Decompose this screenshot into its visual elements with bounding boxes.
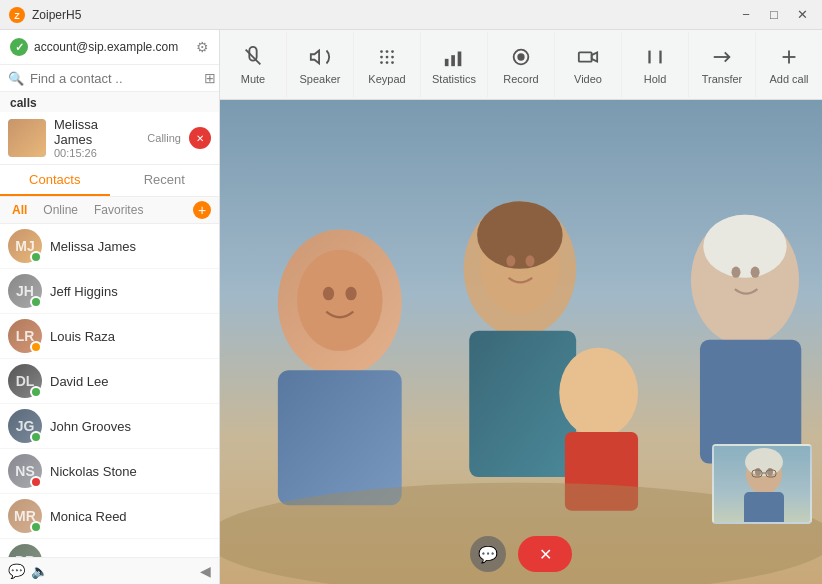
contact-name: John Grooves — [50, 419, 131, 434]
svg-rect-15 — [458, 51, 462, 66]
svg-point-10 — [380, 61, 383, 64]
svg-rect-14 — [451, 55, 455, 66]
add-call-button[interactable]: Add call — [756, 32, 822, 97]
status-indicator — [30, 521, 42, 533]
contact-avatar-wrap: JG — [8, 409, 42, 443]
grid-icon[interactable]: ⊞ — [204, 70, 216, 86]
end-video-call-button[interactable] — [518, 536, 572, 572]
call-status: Calling — [147, 132, 181, 144]
mute-icon — [242, 45, 264, 69]
video-panel: Mute Speaker — [220, 30, 822, 584]
filter-online[interactable]: Online — [39, 201, 82, 219]
contact-avatar-wrap: NS — [8, 454, 42, 488]
keypad-button[interactable]: Keypad — [354, 32, 421, 97]
svg-point-17 — [517, 53, 524, 60]
contact-avatar-wrap: DR — [8, 544, 42, 557]
call-avatar — [8, 119, 46, 157]
contact-avatar-wrap: LR — [8, 319, 42, 353]
title-bar: Z ZoiperH5 − □ ✕ — [0, 0, 822, 30]
svg-point-7 — [380, 55, 383, 58]
svg-point-12 — [391, 61, 394, 64]
contact-avatar-wrap: DL — [8, 364, 42, 398]
video-area: 💬 — [220, 100, 822, 584]
search-icon: 🔍 — [8, 71, 24, 86]
record-button[interactable]: Record — [488, 32, 555, 97]
transfer-label: Transfer — [702, 73, 743, 85]
video-button[interactable]: Video — [555, 32, 622, 97]
svg-rect-27 — [278, 370, 402, 505]
tab-recent[interactable]: Recent — [110, 165, 220, 196]
thumbnail-video — [714, 446, 812, 524]
list-item[interactable]: LR Louis Raza — [0, 314, 219, 359]
contact-name: David Lee — [50, 374, 109, 389]
svg-text:Z: Z — [14, 11, 20, 21]
active-call-item[interactable]: Melissa James 00:15:26 Calling — [0, 112, 219, 165]
list-item[interactable]: JG John Grooves — [0, 404, 219, 449]
statistics-icon — [443, 45, 465, 69]
close-button[interactable]: ✕ — [790, 5, 814, 25]
statistics-label: Statistics — [432, 73, 476, 85]
list-item[interactable]: DL David Lee — [0, 359, 219, 404]
filter-all[interactable]: All — [8, 201, 31, 219]
contact-name: Monica Reed — [50, 509, 127, 524]
contact-name: Jeff Higgins — [50, 284, 118, 299]
transfer-icon — [711, 45, 733, 69]
svg-point-28 — [297, 250, 383, 351]
list-item[interactable]: MR Monica Reed — [0, 494, 219, 539]
speaker-icon — [309, 45, 331, 69]
contact-list: MJ Melissa James JH Jeff Higgins LR Loui… — [0, 224, 219, 557]
status-indicator — [30, 251, 42, 263]
end-call-bar: 💬 — [470, 536, 572, 572]
sidebar-bottom: 💬 🔈 ◀ — [0, 557, 219, 584]
main-container: account@sip.example.com ⚙ 🔍 ⊞ calls Meli… — [0, 30, 822, 584]
speaker-button[interactable]: Speaker — [287, 32, 354, 97]
statistics-button[interactable]: Statistics — [421, 32, 488, 97]
hold-icon — [644, 45, 666, 69]
list-item[interactable]: MJ Melissa James — [0, 224, 219, 269]
end-call-button[interactable] — [189, 127, 211, 149]
contact-name: Louis Raza — [50, 329, 115, 344]
svg-point-49 — [745, 448, 783, 476]
svg-point-11 — [386, 61, 389, 64]
status-indicator — [30, 341, 42, 353]
video-label: Video — [574, 73, 602, 85]
svg-point-43 — [526, 255, 535, 266]
speaker-label: Speaker — [300, 73, 341, 85]
filter-favorites[interactable]: Favorites — [90, 201, 147, 219]
search-input[interactable] — [30, 71, 198, 86]
call-name: Melissa James — [54, 117, 139, 147]
window-controls: − □ ✕ — [734, 5, 814, 25]
status-indicator — [30, 296, 42, 308]
svg-point-8 — [386, 55, 389, 58]
list-item[interactable]: DR Daniel Ricciardo — [0, 539, 219, 557]
hold-label: Hold — [644, 73, 667, 85]
list-item[interactable]: JH Jeff Higgins — [0, 269, 219, 314]
restore-button[interactable]: □ — [762, 5, 786, 25]
account-status-icon — [10, 38, 28, 56]
chat-video-button[interactable]: 💬 — [470, 536, 506, 572]
chat-icon[interactable]: 💬 — [8, 563, 25, 579]
window-title: ZoiperH5 — [32, 8, 81, 22]
svg-point-4 — [380, 50, 383, 53]
search-bar: 🔍 ⊞ — [0, 65, 219, 92]
collapse-icon[interactable]: ◀ — [200, 563, 211, 579]
svg-marker-3 — [311, 50, 319, 63]
svg-rect-18 — [579, 52, 592, 61]
keypad-label: Keypad — [368, 73, 405, 85]
minimize-button[interactable]: − — [734, 5, 758, 25]
list-item[interactable]: NS Nickolas Stone — [0, 449, 219, 494]
tab-contacts[interactable]: Contacts — [0, 165, 110, 196]
svg-point-9 — [391, 55, 394, 58]
add-filter-button[interactable]: + — [193, 201, 211, 219]
transfer-button[interactable]: Transfer — [689, 32, 756, 97]
volume-icon[interactable]: 🔈 — [31, 563, 48, 579]
svg-marker-19 — [592, 52, 598, 61]
sidebar: account@sip.example.com ⚙ 🔍 ⊞ calls Meli… — [0, 30, 220, 584]
svg-point-40 — [323, 287, 334, 301]
svg-point-44 — [731, 267, 740, 278]
app-icon: Z — [8, 6, 26, 24]
hold-button[interactable]: Hold — [622, 32, 689, 97]
svg-point-38 — [703, 215, 786, 278]
mute-button[interactable]: Mute — [220, 32, 287, 97]
gear-icon[interactable]: ⚙ — [196, 39, 209, 55]
